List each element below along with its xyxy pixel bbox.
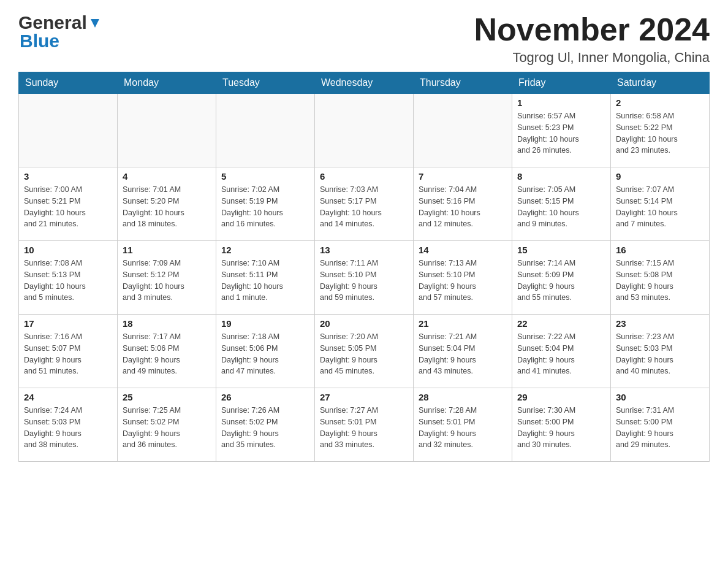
calendar-cell: 6Sunrise: 7:03 AM Sunset: 5:17 PM Daylig… [315,167,414,241]
logo-general-text: General [18,12,87,33]
day-number: 5 [221,171,309,182]
day-number: 24 [24,392,112,402]
day-number: 14 [419,245,507,255]
calendar-cell: 5Sunrise: 7:02 AM Sunset: 5:19 PM Daylig… [216,167,315,241]
day-info: Sunrise: 7:00 AM Sunset: 5:21 PM Dayligh… [24,184,112,230]
day-info: Sunrise: 7:08 AM Sunset: 5:13 PM Dayligh… [24,258,112,304]
day-number: 18 [123,318,211,329]
day-number: 12 [221,245,309,255]
calendar-cell: 25Sunrise: 7:25 AM Sunset: 5:02 PM Dayli… [118,388,216,462]
day-info: Sunrise: 7:31 AM Sunset: 5:00 PM Dayligh… [616,405,704,451]
calendar-cell [414,94,512,167]
day-number: 16 [616,245,704,255]
day-info: Sunrise: 7:24 AM Sunset: 5:03 PM Dayligh… [24,405,112,451]
calendar-cell [216,94,315,167]
day-number: 8 [517,171,605,182]
header: General Blue November 2024 Togrog Ul, In… [18,12,710,66]
day-number: 26 [221,392,309,402]
weekday-header-thursday: Thursday [414,72,512,94]
day-info: Sunrise: 7:18 AM Sunset: 5:06 PM Dayligh… [221,331,309,377]
calendar-cell: 24Sunrise: 7:24 AM Sunset: 5:03 PM Dayli… [19,388,118,462]
day-info: Sunrise: 7:15 AM Sunset: 5:08 PM Dayligh… [616,258,704,304]
day-number: 1 [517,98,605,108]
calendar-cell: 27Sunrise: 7:27 AM Sunset: 5:01 PM Dayli… [315,388,414,462]
calendar-week-row: 24Sunrise: 7:24 AM Sunset: 5:03 PM Dayli… [19,388,710,462]
calendar-cell: 28Sunrise: 7:28 AM Sunset: 5:01 PM Dayli… [414,388,512,462]
calendar-cell: 22Sunrise: 7:22 AM Sunset: 5:04 PM Dayli… [512,315,611,388]
weekday-header-wednesday: Wednesday [315,72,414,94]
day-number: 6 [320,171,408,182]
day-number: 28 [419,392,507,402]
day-info: Sunrise: 7:13 AM Sunset: 5:10 PM Dayligh… [419,258,507,304]
calendar-cell: 14Sunrise: 7:13 AM Sunset: 5:10 PM Dayli… [414,241,512,315]
calendar-cell: 7Sunrise: 7:04 AM Sunset: 5:16 PM Daylig… [414,167,512,241]
calendar-cell: 20Sunrise: 7:20 AM Sunset: 5:05 PM Dayli… [315,315,414,388]
day-number: 30 [616,392,704,402]
logo-triangle-icon [88,17,102,30]
day-info: Sunrise: 7:09 AM Sunset: 5:12 PM Dayligh… [123,258,211,304]
calendar-cell: 12Sunrise: 7:10 AM Sunset: 5:11 PM Dayli… [216,241,315,315]
calendar-title: November 2024 [474,12,710,47]
day-info: Sunrise: 7:17 AM Sunset: 5:06 PM Dayligh… [123,331,211,377]
day-number: 27 [320,392,408,402]
day-info: Sunrise: 7:16 AM Sunset: 5:07 PM Dayligh… [24,331,112,377]
day-info: Sunrise: 7:26 AM Sunset: 5:02 PM Dayligh… [221,405,309,451]
day-number: 29 [517,392,605,402]
day-info: Sunrise: 7:27 AM Sunset: 5:01 PM Dayligh… [320,405,408,451]
calendar-cell [315,94,414,167]
calendar-cell: 3Sunrise: 7:00 AM Sunset: 5:21 PM Daylig… [19,167,118,241]
day-info: Sunrise: 7:23 AM Sunset: 5:03 PM Dayligh… [616,331,704,377]
day-number: 25 [123,392,211,402]
day-number: 7 [419,171,507,182]
day-number: 20 [320,318,408,329]
day-info: Sunrise: 7:21 AM Sunset: 5:04 PM Dayligh… [419,331,507,377]
calendar-cell: 23Sunrise: 7:23 AM Sunset: 5:03 PM Dayli… [611,315,710,388]
svg-marker-0 [91,19,99,28]
weekday-header-sunday: Sunday [19,72,118,94]
day-number: 13 [320,245,408,255]
calendar-cell: 19Sunrise: 7:18 AM Sunset: 5:06 PM Dayli… [216,315,315,388]
day-info: Sunrise: 6:57 AM Sunset: 5:23 PM Dayligh… [517,110,605,156]
calendar-week-row: 17Sunrise: 7:16 AM Sunset: 5:07 PM Dayli… [19,315,710,388]
weekday-header-saturday: Saturday [611,72,710,94]
day-info: Sunrise: 7:11 AM Sunset: 5:10 PM Dayligh… [320,258,408,304]
day-info: Sunrise: 7:10 AM Sunset: 5:11 PM Dayligh… [221,258,309,304]
day-info: Sunrise: 7:04 AM Sunset: 5:16 PM Dayligh… [419,184,507,230]
calendar-cell: 30Sunrise: 7:31 AM Sunset: 5:00 PM Dayli… [611,388,710,462]
day-number: 19 [221,318,309,329]
calendar-week-row: 3Sunrise: 7:00 AM Sunset: 5:21 PM Daylig… [19,167,710,241]
day-number: 2 [616,98,704,108]
day-number: 9 [616,171,704,182]
calendar-subtitle: Togrog Ul, Inner Mongolia, China [474,50,710,66]
calendar-cell: 26Sunrise: 7:26 AM Sunset: 5:02 PM Dayli… [216,388,315,462]
calendar-cell: 10Sunrise: 7:08 AM Sunset: 5:13 PM Dayli… [19,241,118,315]
day-info: Sunrise: 7:25 AM Sunset: 5:02 PM Dayligh… [123,405,211,451]
calendar-cell: 29Sunrise: 7:30 AM Sunset: 5:00 PM Dayli… [512,388,611,462]
logo: General Blue [18,12,102,52]
calendar-cell: 13Sunrise: 7:11 AM Sunset: 5:10 PM Dayli… [315,241,414,315]
calendar-cell [118,94,216,167]
day-info: Sunrise: 7:02 AM Sunset: 5:19 PM Dayligh… [221,184,309,230]
day-number: 23 [616,318,704,329]
calendar-cell: 1Sunrise: 6:57 AM Sunset: 5:23 PM Daylig… [512,94,611,167]
day-number: 17 [24,318,112,329]
day-number: 10 [24,245,112,255]
weekday-header-friday: Friday [512,72,611,94]
calendar-cell: 4Sunrise: 7:01 AM Sunset: 5:20 PM Daylig… [118,167,216,241]
calendar-cell: 21Sunrise: 7:21 AM Sunset: 5:04 PM Dayli… [414,315,512,388]
logo-blue-text: Blue [20,31,59,52]
day-info: Sunrise: 7:07 AM Sunset: 5:14 PM Dayligh… [616,184,704,230]
calendar-table: SundayMondayTuesdayWednesdayThursdayFrid… [18,72,710,462]
day-info: Sunrise: 7:03 AM Sunset: 5:17 PM Dayligh… [320,184,408,230]
calendar-cell: 15Sunrise: 7:14 AM Sunset: 5:09 PM Dayli… [512,241,611,315]
day-info: Sunrise: 7:14 AM Sunset: 5:09 PM Dayligh… [517,258,605,304]
calendar-week-row: 1Sunrise: 6:57 AM Sunset: 5:23 PM Daylig… [19,94,710,167]
calendar-cell: 2Sunrise: 6:58 AM Sunset: 5:22 PM Daylig… [611,94,710,167]
day-info: Sunrise: 7:20 AM Sunset: 5:05 PM Dayligh… [320,331,408,377]
calendar-cell: 16Sunrise: 7:15 AM Sunset: 5:08 PM Dayli… [611,241,710,315]
weekday-header-tuesday: Tuesday [216,72,315,94]
calendar-cell: 18Sunrise: 7:17 AM Sunset: 5:06 PM Dayli… [118,315,216,388]
day-number: 15 [517,245,605,255]
day-info: Sunrise: 7:28 AM Sunset: 5:01 PM Dayligh… [419,405,507,451]
calendar-cell: 17Sunrise: 7:16 AM Sunset: 5:07 PM Dayli… [19,315,118,388]
